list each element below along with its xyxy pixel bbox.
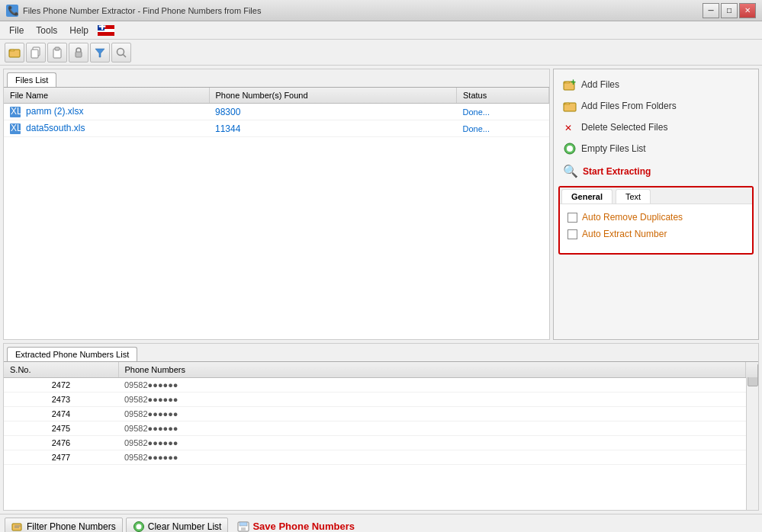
right-panel: + Add Files Add Files From Folders ✕ Del… bbox=[553, 69, 759, 340]
svg-rect-31 bbox=[240, 522, 247, 526]
add-files-icon: + bbox=[563, 78, 577, 91]
filter-phones-button[interactable]: Filter Phone Numbers bbox=[5, 518, 123, 533]
svg-text:📞: 📞 bbox=[8, 5, 18, 16]
save-phones-button[interactable]: Save Phone Numbers bbox=[231, 518, 361, 533]
phone-cell: 09582●●●●●● bbox=[118, 378, 746, 393]
start-extracting-button[interactable]: 🔍 Start Extracting bbox=[558, 159, 754, 183]
copy-button[interactable] bbox=[26, 43, 46, 62]
tab-extracted-list[interactable]: Extracted Phone Numbers List bbox=[7, 347, 137, 361]
scrollbar[interactable] bbox=[746, 362, 758, 510]
start-extracting-label: Start Extracting bbox=[583, 166, 651, 177]
search-button[interactable] bbox=[111, 43, 131, 62]
open-files-button[interactable] bbox=[5, 43, 24, 62]
svg-text:+: + bbox=[571, 78, 576, 88]
delete-files-label: Delete Selected Files bbox=[581, 122, 667, 133]
filter-button[interactable] bbox=[90, 43, 110, 62]
menu-help[interactable]: Help bbox=[63, 24, 95, 37]
col-status: Status bbox=[457, 88, 549, 104]
menu-file[interactable]: File bbox=[3, 24, 30, 37]
tab-text[interactable]: Text bbox=[616, 189, 651, 204]
magnify-icon: 🔍 bbox=[563, 164, 578, 178]
window-title: Files Phone Number Extractor - Find Phon… bbox=[23, 6, 703, 15]
sno-cell: 2472 bbox=[4, 378, 118, 393]
svg-text:✕: ✕ bbox=[564, 123, 572, 133]
minimize-button[interactable]: ─ bbox=[703, 3, 719, 18]
flag-icon: ✚ bbox=[98, 25, 114, 36]
maximize-button[interactable]: □ bbox=[721, 3, 738, 18]
delete-files-button[interactable]: ✕ Delete Selected Files bbox=[558, 117, 754, 138]
svg-line-14 bbox=[123, 54, 126, 57]
auto-remove-duplicates-checkbox[interactable] bbox=[567, 213, 577, 223]
save-phones-label: Save Phone Numbers bbox=[252, 521, 355, 532]
svg-rect-32 bbox=[241, 527, 246, 531]
file-link[interactable]: pamm (2).xlsx bbox=[26, 106, 83, 117]
empty-files-button[interactable]: Empty Files List bbox=[558, 138, 754, 159]
sno-cell: 2476 bbox=[4, 436, 118, 450]
empty-files-label: Empty Files List bbox=[581, 143, 646, 154]
security-button[interactable] bbox=[69, 43, 88, 62]
window-controls: ─ □ ✕ bbox=[703, 3, 756, 18]
clear-list-button[interactable]: Clear Number List bbox=[126, 518, 229, 533]
col-filename: File Name bbox=[4, 88, 209, 104]
menu-tools[interactable]: Tools bbox=[30, 24, 63, 37]
close-button[interactable]: ✕ bbox=[739, 3, 756, 18]
auto-extract-number-row: Auto Extract Number bbox=[567, 229, 744, 239]
file-name-cell: XL pamm (2).xlsx bbox=[4, 104, 209, 120]
auto-extract-number-label: Auto Extract Number bbox=[582, 229, 667, 239]
svg-point-29 bbox=[136, 524, 141, 529]
delete-icon: ✕ bbox=[563, 120, 577, 134]
sno-cell: 2477 bbox=[4, 450, 118, 465]
phone-count-cell: 98300 bbox=[209, 104, 457, 120]
table-row[interactable]: XL data5south.xls 11344 Done... bbox=[4, 120, 549, 137]
list-item[interactable]: 2474 09582●●●●●● bbox=[4, 407, 758, 421]
table-row[interactable]: XL pamm (2).xlsx 98300 Done... bbox=[4, 104, 549, 120]
tab-general[interactable]: General bbox=[561, 189, 612, 204]
svg-text:✚: ✚ bbox=[98, 25, 106, 32]
main-content: Files List File Name Phone Number(s) Fou… bbox=[0, 66, 762, 514]
title-bar: 📞 Files Phone Number Extractor - Find Ph… bbox=[0, 0, 762, 21]
file-link[interactable]: data5south.xls bbox=[26, 123, 85, 133]
list-item[interactable]: 2476 09582●●●●●● bbox=[4, 436, 758, 450]
auto-remove-duplicates-row: Auto Remove Duplicates bbox=[567, 212, 744, 223]
bottom-toolbar: Filter Phone Numbers Clear Number List S… bbox=[0, 514, 762, 532]
svg-rect-4 bbox=[98, 32, 114, 36]
phone-cell: 09582●●●●●● bbox=[118, 393, 746, 407]
file-name-cell: XL data5south.xls bbox=[4, 120, 209, 137]
list-item[interactable]: 2477 09582●●●●●● bbox=[4, 450, 758, 465]
list-item[interactable]: 2475 09582●●●●●● bbox=[4, 421, 758, 436]
tab-files-list[interactable]: Files List bbox=[7, 72, 56, 87]
empty-icon bbox=[563, 142, 577, 155]
list-item[interactable]: 2472 09582●●●●●● bbox=[4, 378, 758, 393]
sno-cell: 2475 bbox=[4, 421, 118, 436]
files-tab-bar: Files List bbox=[4, 69, 549, 88]
svg-rect-11 bbox=[55, 47, 59, 50]
phone-cell: 09582●●●●●● bbox=[118, 421, 746, 436]
phone-cell: 09582●●●●●● bbox=[118, 407, 746, 421]
status-cell: Done... bbox=[457, 104, 549, 120]
menu-bar: File Tools Help ✚ bbox=[0, 21, 762, 40]
app-icon: 📞 bbox=[6, 5, 18, 17]
col-phone-numbers: Phone Numbers bbox=[118, 362, 746, 378]
phone-cell: 09582●●●●●● bbox=[118, 436, 746, 450]
add-files-folders-label: Add Files From Folders bbox=[581, 101, 677, 111]
general-tab-content: Auto Remove Duplicates Auto Extract Numb… bbox=[560, 204, 752, 253]
svg-rect-9 bbox=[31, 50, 38, 58]
svg-text:XL: XL bbox=[11, 123, 21, 133]
list-item[interactable]: 2473 09582●●●●●● bbox=[4, 393, 758, 407]
sno-cell: 2473 bbox=[4, 393, 118, 407]
auto-extract-number-checkbox[interactable] bbox=[567, 229, 577, 239]
phone-cell: 09582●●●●●● bbox=[118, 450, 746, 465]
toolbar bbox=[0, 40, 762, 66]
add-files-label: Add Files bbox=[581, 79, 619, 90]
extracted-numbers-panel: Extracted Phone Numbers List S.No. Phone… bbox=[3, 343, 759, 511]
col-sno: S.No. bbox=[4, 362, 118, 378]
numbers-table: S.No. Phone Numbers 2472 09582●●●●●● 247… bbox=[4, 362, 758, 465]
paste-button[interactable] bbox=[47, 43, 67, 62]
add-files-button[interactable]: + Add Files bbox=[558, 74, 754, 95]
numbers-table-container: S.No. Phone Numbers 2472 09582●●●●●● 247… bbox=[4, 362, 758, 510]
add-files-folders-button[interactable]: Add Files From Folders bbox=[558, 95, 754, 117]
extracted-tab-bar: Extracted Phone Numbers List bbox=[4, 344, 758, 362]
phone-count-cell: 11344 bbox=[209, 120, 457, 137]
filter-phones-label: Filter Phone Numbers bbox=[27, 521, 116, 532]
files-list-panel: Files List File Name Phone Number(s) Fou… bbox=[3, 69, 550, 340]
